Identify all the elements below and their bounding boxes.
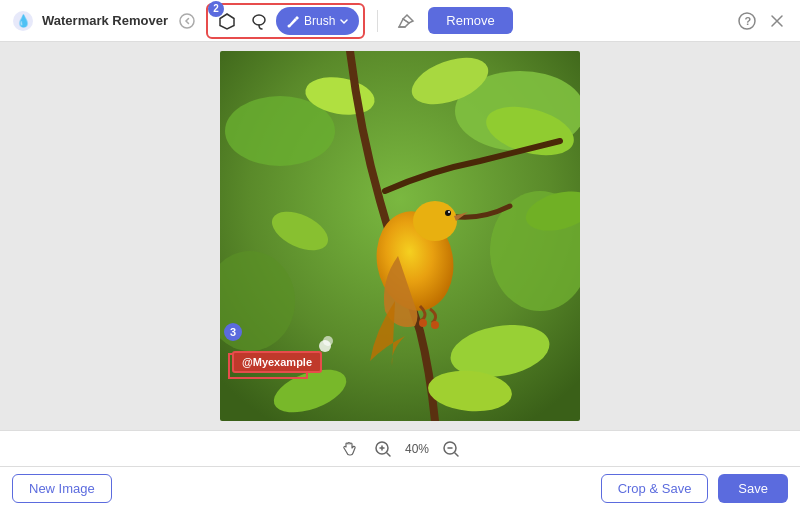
titlebar-right: ? bbox=[736, 10, 788, 32]
svg-point-4 bbox=[253, 15, 265, 25]
svg-text:?: ? bbox=[745, 15, 752, 27]
back-button[interactable] bbox=[176, 10, 198, 32]
bottom-bar: New Image Crop & Save Save bbox=[0, 466, 800, 510]
zoom-out-icon bbox=[442, 440, 460, 458]
svg-marker-3 bbox=[220, 14, 234, 29]
save-button[interactable]: Save bbox=[718, 474, 788, 503]
crop-save-button[interactable]: Crop & Save bbox=[601, 474, 709, 503]
zoom-bar: 40% bbox=[0, 430, 800, 466]
svg-text:💧: 💧 bbox=[16, 13, 31, 28]
zoom-in-icon bbox=[374, 440, 392, 458]
brush-tool-button[interactable]: Brush bbox=[276, 7, 359, 35]
help-icon: ? bbox=[738, 12, 756, 30]
chevron-down-icon bbox=[339, 16, 349, 26]
zoom-level: 40% bbox=[405, 442, 429, 456]
watermark-label: @Myexample bbox=[232, 351, 322, 373]
help-button[interactable]: ? bbox=[736, 10, 758, 32]
close-button[interactable] bbox=[766, 10, 788, 32]
main-canvas: 3 @Myexample bbox=[0, 42, 800, 430]
hand-icon bbox=[340, 440, 358, 458]
magic-eraser-button[interactable] bbox=[390, 7, 420, 35]
close-icon bbox=[769, 13, 785, 29]
lasso-icon bbox=[250, 12, 268, 30]
svg-point-22 bbox=[431, 321, 439, 329]
badge-2: 2 bbox=[208, 1, 224, 17]
hand-tool-button[interactable] bbox=[337, 437, 361, 461]
app-title: Watermark Remover bbox=[42, 13, 168, 28]
bottom-right-actions: Crop & Save Save bbox=[601, 474, 788, 503]
app-logo: 💧 bbox=[12, 10, 34, 32]
back-icon bbox=[179, 13, 195, 29]
zoom-out-button[interactable] bbox=[439, 437, 463, 461]
brush-icon bbox=[286, 14, 300, 28]
svg-point-5 bbox=[287, 24, 290, 27]
selection-tools-group: 2 Brush bbox=[206, 3, 365, 39]
zoom-in-button[interactable] bbox=[371, 437, 395, 461]
svg-point-19 bbox=[445, 210, 451, 216]
canvas-area: 3 @Myexample bbox=[220, 51, 580, 421]
svg-point-28 bbox=[323, 336, 333, 346]
remove-button[interactable]: Remove bbox=[428, 7, 512, 34]
toolbar-separator bbox=[377, 10, 378, 32]
svg-point-20 bbox=[448, 211, 450, 213]
eraser-icon bbox=[395, 11, 415, 31]
lasso-tool-button[interactable] bbox=[244, 7, 274, 35]
titlebar-left: 💧 Watermark Remover 2 bbox=[12, 3, 513, 39]
svg-point-18 bbox=[413, 201, 457, 241]
titlebar: 💧 Watermark Remover 2 bbox=[0, 0, 800, 42]
new-image-button[interactable]: New Image bbox=[12, 474, 112, 503]
step-3-badge: 3 bbox=[224, 323, 242, 341]
svg-point-21 bbox=[419, 319, 427, 327]
brush-label: Brush bbox=[304, 14, 335, 28]
polygon-tool-button[interactable]: 2 bbox=[212, 7, 242, 35]
